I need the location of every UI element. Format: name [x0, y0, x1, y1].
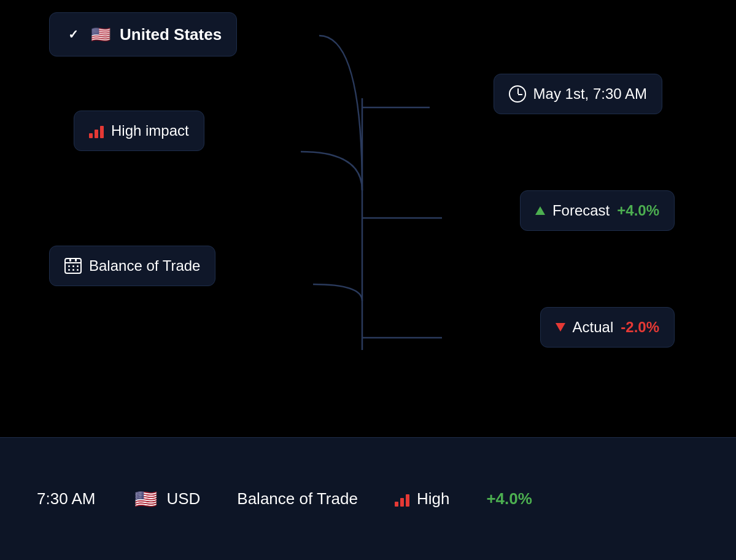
calendar-icon: [64, 258, 82, 274]
summary-currency-label: USD: [166, 489, 200, 508]
bottom-summary-bar: 7:30 AM 🇺🇸 USD Balance of Trade High +4.…: [0, 437, 736, 560]
actual-label: Actual: [573, 319, 614, 336]
triangle-up-icon: [535, 206, 545, 215]
actual-card: Actual -2.0%: [540, 307, 675, 348]
checkmark-icon: ✓: [64, 26, 82, 43]
summary-forecast: +4.0%: [486, 489, 532, 508]
us-flag-icon: 🇺🇸: [89, 23, 112, 46]
forecast-value: +4.0%: [617, 202, 659, 219]
summary-time: 7:30 AM: [37, 489, 95, 508]
balance-of-trade-card[interactable]: Balance of Trade: [49, 246, 215, 286]
date-time-card: May 1st, 7:30 AM: [494, 74, 662, 114]
summary-bar-icon: [395, 492, 409, 507]
forecast-card: Forecast +4.0%: [520, 190, 675, 231]
clock-icon: [509, 85, 526, 103]
triangle-down-icon: [556, 323, 565, 332]
us-card[interactable]: ✓ 🇺🇸 United States: [49, 12, 237, 56]
high-impact-label: High impact: [111, 122, 189, 139]
actual-value: -2.0%: [621, 319, 659, 336]
balance-label: Balance of Trade: [89, 257, 200, 274]
summary-event-label: Balance of Trade: [237, 489, 358, 508]
us-label: United States: [120, 25, 222, 44]
summary-impact-label: High: [417, 489, 449, 508]
summary-currency: 🇺🇸 USD: [132, 486, 200, 513]
bar-chart-icon: [89, 123, 104, 138]
summary-impact: High: [395, 489, 449, 508]
summary-time-label: 7:30 AM: [37, 489, 95, 508]
high-impact-card[interactable]: High impact: [74, 111, 204, 151]
date-time-label: May 1st, 7:30 AM: [533, 85, 647, 103]
summary-event: Balance of Trade: [237, 489, 358, 508]
forecast-label: Forecast: [552, 202, 610, 219]
summary-forecast-value: +4.0%: [486, 489, 532, 508]
summary-flag-icon: 🇺🇸: [132, 486, 159, 513]
